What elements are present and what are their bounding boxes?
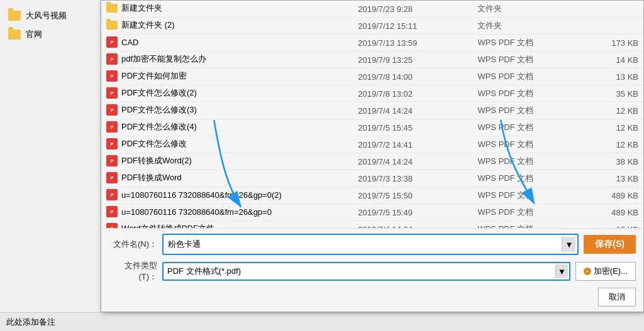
file-type-cell: WPS PDF 文档 (472, 204, 575, 221)
sidebar-item-label: 官网 (26, 29, 42, 40)
file-type-cell: WPS PDF 文档 (472, 68, 575, 85)
file-size-cell: 489 KB (575, 187, 643, 204)
table-row[interactable]: Ppdf加密不能复制怎么办2019/7/9 13:25WPS PDF 文档14 … (101, 52, 643, 68)
file-date-cell: 2019/7/4 14:24 (353, 221, 472, 229)
table-row[interactable]: PCAD2019/7/13 13:59WPS PDF 文档173 KB (101, 35, 643, 52)
file-dialog: 新建文件夹2019/7/23 9:28文件夹新建文件夹 (2)2019/7/12… (101, 0, 644, 312)
status-bar-text: 此处添加备注 (6, 317, 55, 328)
file-date-cell: 2019/7/4 14:24 (353, 102, 472, 119)
table-row[interactable]: 新建文件夹2019/7/23 9:28文件夹 (101, 1, 643, 18)
save-button[interactable]: 保存(S) (584, 235, 636, 254)
file-type-cell: WPS PDF 文档 (472, 153, 575, 170)
file-name-text: PDF文件怎么修改 (121, 138, 187, 149)
file-size-cell: 489 KB (575, 204, 643, 221)
file-name-cell: PPDF文件如何加密 (101, 68, 353, 84)
file-size-cell: 35 KB (575, 85, 643, 102)
filename-dropdown-button[interactable]: ▼ (562, 237, 575, 252)
encrypt-button[interactable]: 🔒 加密(E)... (575, 262, 636, 281)
file-name-text: u=1080760116 732088640&fm=26&gp=0(2) (121, 190, 282, 200)
file-type-cell: WPS PDF 文档 (472, 119, 575, 136)
cancel-button[interactable]: 取消 (598, 288, 636, 307)
sidebar-item-dafeng[interactable]: 大风号视频 (3, 6, 97, 25)
table-row[interactable]: PPDF文件怎么修改(3)2019/7/4 14:24WPS PDF 文档12 … (101, 102, 643, 119)
table-row[interactable]: PWord文件转换成PDF文件2019/7/4 14:24WPS PDF 文档1… (101, 221, 643, 229)
lock-icon: 🔒 (584, 268, 591, 275)
sidebar-item-guanwang[interactable]: 官网 (3, 25, 97, 44)
table-row[interactable]: PPDF文件怎么修改(4)2019/7/5 15:45WPS PDF 文档12 … (101, 119, 643, 136)
filename-input[interactable] (165, 237, 562, 252)
file-name-text: PDF文件怎么修改(3) (121, 104, 197, 116)
file-name-cell: Pu=1080760116 732088640&fm=26&gp=0 (101, 204, 353, 219)
file-date-cell: 2019/7/23 9:28 (353, 1, 472, 18)
file-type-cell: WPS PDF 文档 (472, 35, 575, 52)
status-bar: 此处添加备注 (0, 312, 644, 331)
file-name-cell: PWord文件转换成PDF文件 (101, 221, 353, 228)
table-row[interactable]: PPDF文件怎么修改(2)2019/7/8 13:02WPS PDF 文档35 … (101, 85, 643, 102)
table-row[interactable]: Pu=1080760116 732088640&fm=26&gp=02019/7… (101, 204, 643, 221)
file-name-cell: 新建文件夹 (101, 1, 353, 16)
file-name-cell: PPDF转换成Word (101, 170, 353, 185)
file-name-cell: PPDF文件怎么修改(3) (101, 102, 353, 117)
filename-label: 文件名(N)： (109, 239, 162, 250)
file-date-cell: 2019/7/13 13:59 (353, 35, 472, 52)
pdf-icon: P (106, 223, 118, 228)
table-row[interactable]: 新建文件夹 (2)2019/7/12 15:11文件夹 (101, 18, 643, 35)
file-date-cell: 2019/7/8 14:00 (353, 68, 472, 85)
file-size-cell: 12 KB (575, 102, 643, 119)
folder-icon (106, 21, 118, 30)
file-name-cell: PPDF文件怎么修改(4) (101, 119, 353, 134)
dialog-bottom: 文件名(N)： ▼ 保存(S) 文件类型(T)： ▼ 🔒 加密(E)... 取消 (101, 228, 643, 312)
file-date-cell: 2019/7/5 15:49 (353, 204, 472, 221)
pdf-icon: P (106, 70, 118, 82)
file-name-cell: PPDF文件怎么修改 (101, 136, 353, 151)
pdf-icon: P (106, 87, 118, 99)
file-type-cell: 文件夹 (472, 18, 575, 35)
file-name-text: u=1080760116 732088640&fm=26&gp=0 (121, 207, 272, 217)
file-date-cell: 2019/7/9 13:25 (353, 52, 472, 68)
file-date-cell: 2019/7/2 14:41 (353, 136, 472, 153)
table-row[interactable]: PPDF文件怎么修改2019/7/2 14:41WPS PDF 文档12 KB (101, 136, 643, 153)
file-size-cell: 12 KB (575, 119, 643, 136)
file-date-cell: 2019/7/3 13:38 (353, 170, 472, 187)
file-name-text: Word文件转换成PDF文件 (121, 223, 214, 228)
encrypt-button-label: 加密(E)... (594, 266, 628, 277)
table-row[interactable]: PPDF转换成Word2019/7/3 13:38WPS PDF 文档13 KB (101, 170, 643, 187)
file-type-cell: WPS PDF 文档 (472, 170, 575, 187)
filetype-dropdown-button[interactable]: ▼ (555, 264, 568, 278)
file-list-container[interactable]: 新建文件夹2019/7/23 9:28文件夹新建文件夹 (2)2019/7/12… (101, 1, 643, 228)
pdf-icon: P (106, 138, 118, 149)
file-name-text: CAD (121, 38, 138, 47)
filetype-highlight-box: ▼ (162, 262, 570, 281)
file-date-cell: 2019/7/5 15:50 (353, 187, 472, 204)
table-row[interactable]: PPDF转换成Word(2)2019/7/4 14:24WPS PDF 文档38… (101, 153, 643, 170)
pdf-icon: P (106, 121, 118, 133)
filename-highlight-box: ▼ (162, 234, 579, 255)
file-type-cell: 文件夹 (472, 1, 575, 18)
pdf-icon: P (106, 53, 118, 65)
file-date-cell: 2019/7/4 14:24 (353, 153, 472, 170)
folder-icon (106, 4, 118, 13)
file-size-cell: 12 KB (575, 136, 643, 153)
file-name-cell: PCAD (101, 35, 353, 50)
filetype-row: 文件类型(T)： ▼ 🔒 加密(E)... (109, 260, 636, 283)
filetype-input[interactable] (165, 264, 555, 278)
table-row[interactable]: Pu=1080760116 732088640&fm=26&gp=0(2)201… (101, 187, 643, 204)
file-name-cell: Ppdf加密不能复制怎么办 (101, 52, 353, 67)
file-name-text: PDF文件如何加密 (121, 70, 187, 82)
file-size-cell: 173 KB (575, 35, 643, 52)
sidebar-item-label: 大风号视频 (26, 10, 67, 21)
file-size-cell: 13 KB (575, 170, 643, 187)
pdf-icon: P (106, 155, 118, 166)
file-date-cell: 2019/7/8 13:02 (353, 85, 472, 102)
pdf-icon: P (106, 172, 118, 183)
file-name-text: PDF转换成Word(2) (121, 155, 192, 166)
file-type-cell: WPS PDF 文档 (472, 102, 575, 119)
file-list: 新建文件夹2019/7/23 9:28文件夹新建文件夹 (2)2019/7/12… (101, 1, 643, 228)
file-name-text: 新建文件夹 (121, 3, 162, 14)
sidebar: 大风号视频 官网 (0, 0, 101, 312)
file-size-cell: 38 KB (575, 153, 643, 170)
file-type-cell: WPS PDF 文档 (472, 187, 575, 204)
file-type-cell: WPS PDF 文档 (472, 221, 575, 229)
file-name-cell: Pu=1080760116 732088640&fm=26&gp=0(2) (101, 187, 353, 202)
table-row[interactable]: PPDF文件如何加密2019/7/8 14:00WPS PDF 文档13 KB (101, 68, 643, 85)
